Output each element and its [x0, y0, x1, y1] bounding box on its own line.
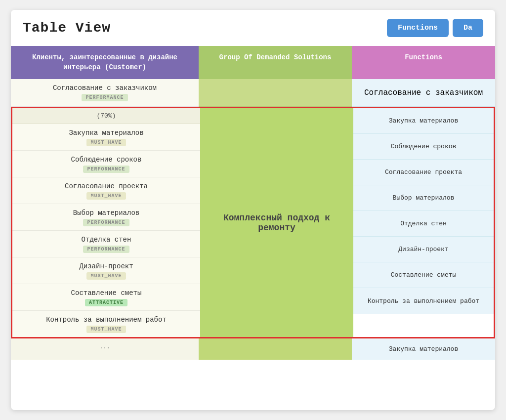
table-wrapper: Клиенты, заинтересованные в дизайне инте…	[11, 46, 495, 360]
fn-item-name: Закупка материалов	[69, 129, 143, 137]
red-border-section: (70%) Закупка материаловMUST_HAVEСоблюде…	[11, 107, 495, 338]
fn-item-badge: ATTRACTIVE	[85, 299, 127, 306]
col-headers: Клиенты, заинтересованные в дизайне инте…	[11, 46, 495, 79]
percent-row: (70%)	[12, 108, 200, 124]
customer-fn-item: Отделка стенPERFORMANCE	[12, 231, 200, 257]
customer-fn-item: Выбор материаловPERFORMANCE	[12, 204, 200, 231]
main-container: Table View Functions Da Клиенты, заинтер…	[11, 10, 495, 410]
fn-col-item: Согласование проекта	[353, 160, 494, 185]
fn-item-name: Дизайн-проект	[79, 262, 133, 270]
bottom-solutions-cell	[199, 338, 352, 360]
outside-solutions-cell	[199, 79, 352, 107]
fn-item-name: Согласование проекта	[65, 182, 148, 190]
fn-item-name: Выбор материалов	[73, 209, 139, 217]
col-header-customer: Клиенты, заинтересованные в дизайне инте…	[11, 46, 199, 79]
fn-item-name: Составление сметы	[71, 289, 142, 297]
bottom-customer-cell: ...	[11, 338, 199, 360]
page-title: Table View	[23, 20, 111, 36]
solutions-big-cell: Комплексный подход к ремонту	[200, 108, 353, 337]
fn-col-item: Отделка стен	[353, 211, 494, 237]
fn-col-item: Контроль за выполнением работ	[353, 288, 494, 314]
fn-item-name: Отделка стен	[82, 236, 131, 244]
fn-col-item: Дизайн-проект	[353, 237, 494, 262]
bottom-fn-text: Закупка материалов	[389, 345, 458, 353]
fn-col-item: Закупка материалов	[353, 108, 494, 134]
col-header-solutions: Group Of Demanded Solutions	[199, 46, 352, 79]
customer-col: (70%) Закупка материаловMUST_HAVEСоблюде…	[12, 108, 200, 337]
fn-item-badge: MUST_HAVE	[86, 192, 126, 200]
fn-item-badge: MUST_HAVE	[86, 139, 126, 146]
top-buttons: Functions Da	[387, 19, 483, 37]
customer-fn-item: Закупка материаловMUST_HAVE	[12, 124, 200, 151]
outside-fn-badge: PERFORMANCE	[82, 94, 127, 101]
customer-fn-item: Соблюдение сроковPERFORMANCE	[12, 151, 200, 177]
fn-col-item: Соблюдение сроков	[353, 134, 494, 160]
fn-item-badge: MUST_HAVE	[86, 272, 126, 280]
customer-fn-item: Контроль за выполнением работMUST_HAVE	[12, 311, 200, 337]
customer-fn-item: Дизайн-проектMUST_HAVE	[12, 257, 200, 284]
fn-item-badge: MUST_HAVE	[86, 326, 126, 333]
functions-items: Закупка материаловСоблюдение сроковСогла…	[353, 108, 494, 314]
col-header-functions: Functions	[352, 46, 495, 79]
customer-fn-item: Согласование проектаMUST_HAVE	[12, 177, 200, 204]
fn-item-name: Соблюдение сроков	[71, 156, 142, 164]
fn-item-badge: PERFORMANCE	[83, 166, 129, 173]
outside-functions-cell: Согласование с заказчиком	[352, 79, 495, 107]
fn-item-badge: PERFORMANCE	[83, 219, 129, 226]
fn-item-name: Контроль за выполнением работ	[46, 316, 167, 324]
outside-fn-text: Согласование с заказчиком	[364, 88, 483, 97]
outside-row: Согласование с заказчиком PERFORMANCE Со…	[11, 79, 495, 107]
customer-items: Закупка материаловMUST_HAVEСоблюдение ср…	[12, 124, 200, 337]
bottom-customer-text: ...	[99, 343, 110, 350]
functions-button[interactable]: Functions	[387, 19, 449, 37]
top-bar: Table View Functions Da	[11, 10, 495, 46]
functions-col: Закупка материаловСоблюдение сроковСогла…	[353, 108, 494, 337]
fn-col-item: Выбор материалов	[353, 185, 494, 211]
fn-col-item: Составление сметы	[353, 262, 494, 288]
customer-fn-item: Составление сметыATTRACTIVE	[12, 284, 200, 311]
fn-item-badge: PERFORMANCE	[83, 246, 129, 253]
da-button[interactable]: Da	[453, 19, 483, 37]
outside-fn-name: Согласование с заказчиком	[53, 84, 157, 92]
outside-customer-cell: Согласование с заказчиком PERFORMANCE	[11, 79, 199, 107]
bottom-functions-cell: Закупка материалов	[352, 338, 495, 360]
bottom-row: ... Закупка материалов	[11, 338, 495, 360]
